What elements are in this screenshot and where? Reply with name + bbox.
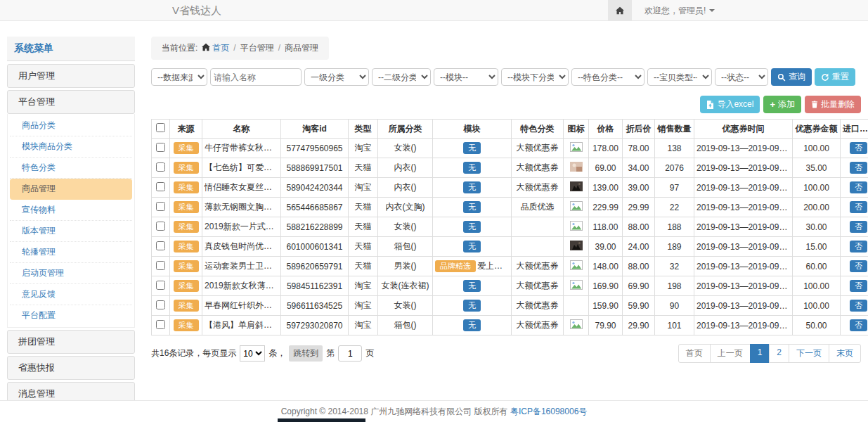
level2-category-select[interactable]: --二级分类-- — [372, 68, 431, 86]
status-select[interactable]: --状态-- — [715, 68, 768, 86]
module-subcategory-select[interactable]: --模块下分类-- — [501, 68, 569, 86]
pager-item-3[interactable]: 2 — [769, 344, 789, 363]
row-checkbox-cell — [152, 198, 170, 217]
filter-bar: --数据来源--一级分类--二级分类----模块----模块下分类----特色分… — [151, 68, 861, 86]
sidebar-item-1[interactable]: 模块商品分类 — [10, 136, 132, 158]
query-button[interactable]: 查询 — [771, 68, 812, 86]
feature-category-cell — [512, 237, 564, 257]
sidebar-group-0[interactable]: 用户管理 — [7, 64, 135, 88]
type-cell: 淘宝 — [349, 316, 378, 335]
discount-price-cell: 59.90 — [623, 296, 655, 316]
table-row: 采集早春网红针织外套女春...596611634525淘宝女装()无大额优惠券1… — [152, 296, 868, 316]
level1-category-select[interactable]: 一级分类 — [304, 68, 369, 86]
pager-item-2[interactable]: 1 — [750, 344, 770, 363]
sidebar-item-0[interactable]: 商品分类 — [10, 115, 132, 136]
pager-item-4[interactable]: 下一页 — [789, 344, 829, 363]
module-select[interactable]: --模块-- — [434, 68, 498, 86]
coupon-amount-cell: 100.00 — [793, 178, 841, 198]
breadcrumb-item-0[interactable]: 首页 — [212, 43, 229, 53]
table-row: 采集2019新款女秋薄款...598451162391淘宝女装(连衣裙)无大额优… — [152, 276, 868, 296]
sidebar-item-8[interactable]: 意见反馈 — [10, 284, 132, 305]
category-cell: 女装() — [378, 139, 433, 158]
feature-category-select[interactable]: --特色分类-- — [571, 68, 644, 86]
module-badge: 无 — [463, 319, 481, 331]
name-search-input[interactable] — [210, 68, 302, 86]
import-excel-button[interactable]: 导入excel — [700, 96, 760, 113]
sidebar-item-5[interactable]: 版本管理 — [10, 221, 132, 242]
home-button[interactable] — [608, 0, 632, 21]
reset-button[interactable]: 重置 — [815, 68, 855, 86]
product-name-cell: 真皮钱包时尚优雅女士... — [202, 237, 281, 257]
module-cell: 无 — [433, 276, 512, 296]
sidebar-item-4[interactable]: 宣传物料 — [10, 200, 132, 221]
user-menu[interactable]: 欢迎您，管理员! — [644, 5, 715, 17]
imported-cell: 否 — [841, 198, 868, 217]
sidebar-group-3[interactable]: 省惠快报 — [7, 356, 135, 380]
coupon-time-cell: 2019-09-13—2019-09-19 — [694, 217, 793, 237]
icon-cell — [564, 178, 589, 198]
source-cell: 采集 — [170, 316, 202, 335]
coupon-time-cell: 2019-09-13—2019-09-17 — [694, 198, 793, 217]
caret-down-icon — [709, 9, 715, 12]
row-checkbox-cell — [152, 139, 170, 158]
sidebar-item-7[interactable]: 启动页管理 — [10, 263, 132, 284]
product-name-cell: 运动套装男士卫衣初秋... — [202, 257, 281, 276]
jump-button[interactable]: 跳转到 — [289, 345, 323, 362]
pager-item-1[interactable]: 上一页 — [710, 344, 751, 363]
product-name-cell: 情侣睡衣女夏丝绸男士... — [202, 178, 281, 198]
breadcrumb-separator: / — [233, 43, 235, 53]
sidebar-item-2[interactable]: 特色分类 — [10, 158, 132, 179]
query-label: 查询 — [789, 71, 805, 83]
row-checkbox[interactable] — [156, 162, 165, 172]
imported-badge: 否 — [850, 241, 867, 252]
sales-cell: 198 — [655, 276, 694, 296]
row-checkbox[interactable] — [156, 143, 165, 152]
taoke-id-cell: 597293020870 — [281, 316, 349, 335]
icon-cell — [564, 158, 589, 178]
row-checkbox[interactable] — [156, 222, 165, 231]
table-row: 采集【七色纺】可爱纯棉家...588869917501天猫内衣()无大额优惠券6… — [152, 158, 868, 178]
select-all-checkbox[interactable] — [156, 123, 165, 132]
product-thumbnail-icon — [570, 241, 583, 250]
breadcrumb-label: 当前位置: — [162, 43, 197, 53]
pager-item-0[interactable]: 首页 — [678, 344, 711, 363]
column-header-1: 来源 — [170, 120, 202, 139]
type-cell: 天猫 — [349, 237, 378, 257]
category-cell: 内衣() — [378, 178, 433, 198]
row-checkbox[interactable] — [156, 241, 165, 250]
breadcrumb-item-2: 商品管理 — [285, 43, 318, 53]
row-checkbox[interactable] — [156, 281, 165, 290]
imported-badge: 否 — [850, 319, 867, 331]
taoke-id-cell: 589042420344 — [281, 178, 349, 198]
sidebar-item-3[interactable]: 商品管理 — [10, 179, 132, 200]
product-thumbnail-icon — [570, 142, 583, 152]
jump-prefix: 第 — [326, 347, 335, 359]
product-name-cell: 【港风】单肩斜跨链条... — [202, 316, 281, 335]
row-checkbox[interactable] — [156, 182, 165, 191]
column-header-13: 优惠券金额 — [793, 120, 841, 139]
products-table: 来源名称淘客id类型所属分类模块特色分类图标价格折后价销售数量优惠券时间优惠券金… — [151, 119, 868, 335]
pager-item-5[interactable]: 末页 — [829, 344, 861, 363]
row-checkbox[interactable] — [156, 300, 165, 309]
module-badge: 无 — [463, 221, 481, 233]
batch-delete-label: 批量删除 — [821, 98, 855, 110]
sales-cell: 138 — [655, 139, 694, 158]
sidebar-group-1[interactable]: 平台管理 — [7, 90, 135, 114]
data-source-select[interactable]: --数据来源-- — [151, 68, 207, 86]
row-checkbox[interactable] — [156, 202, 165, 211]
sidebar-item-9[interactable]: 平台配置 — [10, 305, 132, 326]
add-button[interactable]: + 添加 — [763, 96, 801, 113]
sidebar-group-2[interactable]: 拼团管理 — [7, 330, 135, 354]
per-page-select[interactable]: 10 — [240, 345, 265, 362]
module-text: 爱上运动 — [477, 261, 511, 271]
sidebar-item-6[interactable]: 轮播管理 — [10, 242, 132, 263]
batch-delete-button[interactable]: 批量删除 — [805, 96, 861, 113]
price-cell: 229.99 — [589, 198, 623, 217]
icp-link[interactable]: 粤ICP备16098006号 — [510, 407, 587, 416]
icon-cell — [564, 139, 589, 158]
row-checkbox[interactable] — [156, 320, 165, 329]
row-checkbox[interactable] — [156, 261, 165, 270]
item-type-select[interactable]: --宝贝类型-- — [647, 68, 712, 86]
jump-page-input[interactable] — [338, 345, 362, 362]
coupon-amount-cell: 50.00 — [793, 316, 841, 335]
